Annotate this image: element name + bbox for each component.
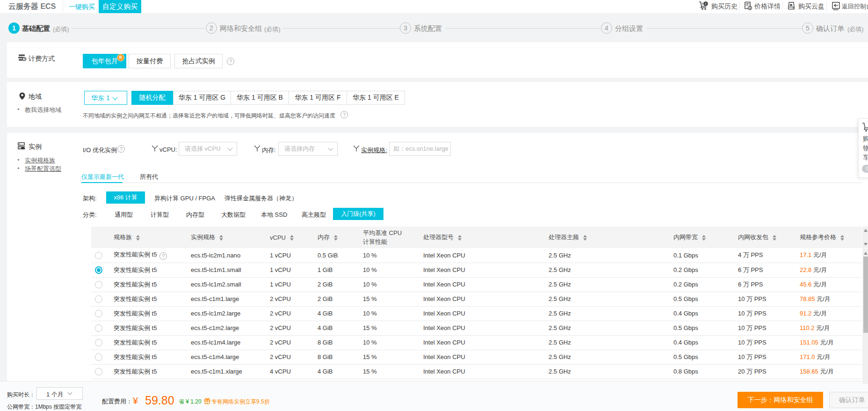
svg-text:!: !	[705, 2, 706, 6]
